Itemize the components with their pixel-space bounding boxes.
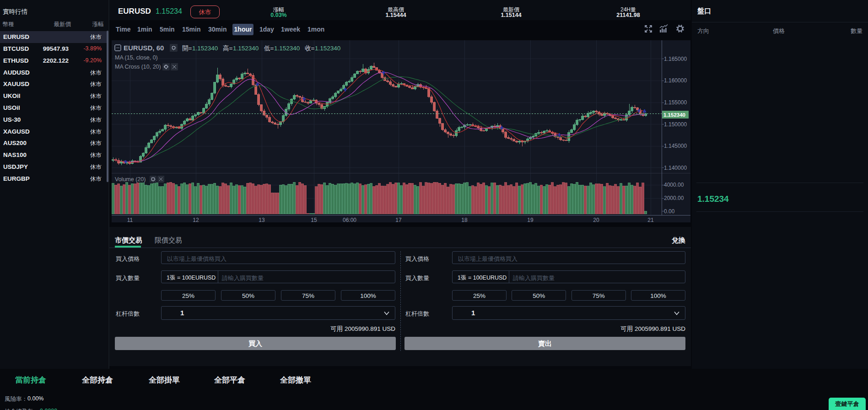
svg-text:1.150000: 1.150000 bbox=[664, 121, 687, 128]
svg-text:1.152340: 1.152340 bbox=[274, 45, 300, 52]
svg-text:11: 11 bbox=[127, 217, 133, 223]
svg-text:1.152340: 1.152340 bbox=[315, 45, 340, 52]
svg-text:1.155000: 1.155000 bbox=[664, 99, 687, 106]
svg-text:18: 18 bbox=[461, 217, 468, 223]
svg-text:06:00: 06:00 bbox=[343, 217, 356, 223]
svg-text:21: 21 bbox=[647, 217, 654, 223]
svg-text:1.152340: 1.152340 bbox=[233, 45, 259, 52]
svg-text:15: 15 bbox=[311, 217, 317, 223]
svg-text:EURUSD, 60: EURUSD, 60 bbox=[124, 44, 164, 52]
svg-text:MA Cross (10, 20): MA Cross (10, 20) bbox=[115, 64, 161, 70]
svg-text:開=: 開= bbox=[182, 45, 192, 52]
svg-text:1.165000: 1.165000 bbox=[664, 56, 687, 62]
svg-text:低=: 低= bbox=[264, 45, 274, 52]
svg-text:1.140000: 1.140000 bbox=[664, 165, 687, 171]
svg-text:17: 17 bbox=[395, 217, 402, 223]
svg-text:1.145000: 1.145000 bbox=[664, 143, 687, 149]
svg-text:0.00: 0.00 bbox=[664, 208, 675, 215]
svg-text:1.152340: 1.152340 bbox=[663, 112, 685, 118]
svg-text:12: 12 bbox=[193, 217, 199, 223]
svg-text:2000.00: 2000.00 bbox=[664, 195, 684, 201]
svg-text:高=: 高= bbox=[223, 45, 233, 52]
svg-text:19: 19 bbox=[527, 217, 534, 223]
svg-text:MA (15, close, 0): MA (15, close, 0) bbox=[115, 54, 158, 61]
svg-text:收=: 收= bbox=[305, 45, 315, 52]
svg-text:20: 20 bbox=[593, 217, 599, 223]
svg-text:4000.00: 4000.00 bbox=[664, 182, 684, 188]
svg-text:13: 13 bbox=[259, 217, 265, 223]
svg-text:Volume (20): Volume (20) bbox=[115, 176, 146, 183]
svg-text:1.160000: 1.160000 bbox=[664, 77, 687, 84]
svg-text:1.152340: 1.152340 bbox=[192, 45, 218, 52]
